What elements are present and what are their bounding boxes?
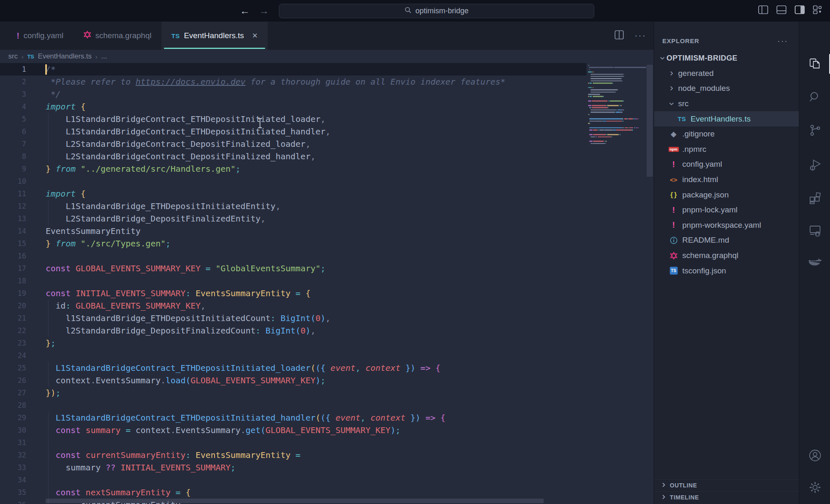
customize-layout-icon[interactable] xyxy=(813,5,823,14)
tree-item-readme-md[interactable]: README.md xyxy=(654,233,799,248)
code-line[interactable]: 27}); xyxy=(0,387,586,399)
code-line[interactable]: 18 xyxy=(0,275,586,287)
explorer-more-icon[interactable]: ··· xyxy=(777,36,788,46)
tree-item-src[interactable]: src xyxy=(654,96,799,112)
line-number[interactable]: 7 xyxy=(0,138,26,150)
split-editor-icon[interactable] xyxy=(615,30,624,41)
line-number[interactable]: 16 xyxy=(0,250,26,262)
line-number[interactable]: 13 xyxy=(0,212,26,225)
tree-item--gitignore[interactable]: ◈.gitignore xyxy=(654,127,799,142)
tree-item-schema-graphql[interactable]: schema.graphql xyxy=(654,248,799,263)
tab-config-yaml[interactable]: !config.yaml xyxy=(7,22,73,50)
line-number[interactable]: 22 xyxy=(0,324,26,337)
breadcrumb-file[interactable]: EventHandlers.ts xyxy=(38,52,91,61)
activity-account[interactable] xyxy=(799,444,830,467)
line-number[interactable]: 8 xyxy=(0,150,26,163)
code-line[interactable]: 9} from "../generated/src/Handlers.gen"; xyxy=(0,163,586,175)
close-icon[interactable]: × xyxy=(252,30,258,41)
activity-search[interactable] xyxy=(799,85,830,109)
code-line[interactable]: 16 xyxy=(0,250,586,262)
code-line[interactable]: 21 l1StandardBridge_ETHDepositInitiatedC… xyxy=(0,312,586,324)
code-editor[interactable]: 1/*2 *Please refer to https://docs.envio… xyxy=(0,63,654,504)
line-number[interactable]: 32 xyxy=(0,449,26,461)
code-line[interactable]: 28 xyxy=(0,399,586,411)
line-number[interactable]: 25 xyxy=(0,362,26,374)
line-number[interactable]: 14 xyxy=(0,225,26,237)
line-number[interactable]: 33 xyxy=(0,461,26,474)
tree-root-optimism-bridge[interactable]: OPTIMISM-BRIDGE xyxy=(654,51,799,66)
forward-icon[interactable]: → xyxy=(259,5,269,17)
activity-remote-explorer[interactable] xyxy=(799,219,830,242)
line-number[interactable]: 4 xyxy=(0,100,26,113)
line-number[interactable]: 9 xyxy=(0,163,26,175)
tree-item-tsconfig-json[interactable]: TStsconfig.json xyxy=(654,263,799,278)
code-line[interactable]: 20 id: GLOBAL_EVENTS_SUMMARY_KEY, xyxy=(0,299,586,312)
code-line[interactable]: 8 L2StandardBridgeContract_DepositFinali… xyxy=(0,150,586,163)
code-line[interactable]: 7 L2StandardBridgeContract_DepositFinali… xyxy=(0,138,586,150)
vertical-scrollbar[interactable] xyxy=(647,65,653,177)
more-actions-icon[interactable]: ··· xyxy=(635,30,646,41)
line-number[interactable]: 28 xyxy=(0,399,26,411)
code-line[interactable]: 5 L1StandardBridgeContract_ETHDepositIni… xyxy=(0,113,586,125)
code-line[interactable]: 35 const nextSummaryEntity = { xyxy=(0,486,586,499)
code-line[interactable]: 15} from "./src/Types.gen"; xyxy=(0,237,586,250)
line-number[interactable]: 10 xyxy=(0,175,26,187)
command-center-search[interactable]: optimism-bridge xyxy=(279,4,594,18)
line-number[interactable]: 2 xyxy=(0,75,26,88)
section-outline[interactable]: OUTLINE xyxy=(654,479,799,491)
line-number[interactable]: 36 xyxy=(0,499,26,504)
line-number[interactable]: 23 xyxy=(0,337,26,349)
code-line[interactable]: 22 l2StandardBridge_DepositFinalizedCoun… xyxy=(0,324,586,337)
tree-item-config-yaml[interactable]: !config.yaml xyxy=(654,157,799,172)
line-number[interactable]: 34 xyxy=(0,474,26,486)
activity-source-control[interactable] xyxy=(799,119,830,142)
layout-panel-icon[interactable] xyxy=(776,5,786,14)
line-number[interactable]: 18 xyxy=(0,275,26,287)
activity-settings[interactable] xyxy=(799,476,830,499)
tree-item-generated[interactable]: generated xyxy=(654,66,799,81)
code-line[interactable]: 33 summary ?? INITIAL_EVENTS_SUMMARY; xyxy=(0,461,586,474)
minimap[interactable] xyxy=(588,64,646,145)
code-line[interactable]: 29 L1StandardBridgeContract_ETHDepositIn… xyxy=(0,411,586,424)
line-number[interactable]: 1 xyxy=(0,63,26,75)
line-number[interactable]: 21 xyxy=(0,312,26,324)
code-line[interactable]: 32 const currentSummaryEntity: EventsSum… xyxy=(0,449,586,461)
activity-docker[interactable] xyxy=(799,250,830,273)
activity-extensions[interactable] xyxy=(799,187,830,210)
back-icon[interactable]: ← xyxy=(240,5,250,17)
activity-run-debug[interactable] xyxy=(799,153,830,177)
horizontal-scrollbar[interactable] xyxy=(46,499,544,503)
code-line[interactable]: 13 L2StandardBridge_DepositFinalizedEnti… xyxy=(0,212,586,225)
code-line[interactable]: 10 xyxy=(0,175,586,187)
code-line[interactable]: 11import { xyxy=(0,187,586,200)
line-number[interactable]: 35 xyxy=(0,486,26,499)
line-number[interactable]: 26 xyxy=(0,374,26,387)
code-line[interactable]: 31 xyxy=(0,436,586,449)
line-number[interactable]: 6 xyxy=(0,125,26,138)
layout-sidebar-left-icon[interactable] xyxy=(758,5,768,14)
code-line[interactable]: 23}; xyxy=(0,337,586,349)
tab-schema-graphql[interactable]: schema.graphql xyxy=(73,22,161,50)
code-line[interactable]: 14EventsSummaryEntity xyxy=(0,225,586,237)
line-number[interactable]: 17 xyxy=(0,262,26,275)
code-line[interactable]: 24 xyxy=(0,349,586,362)
line-number[interactable]: 31 xyxy=(0,436,26,449)
code-line[interactable]: 12 L1StandardBridge_ETHDepositInitiatedE… xyxy=(0,200,586,212)
layout-sidebar-right-icon[interactable] xyxy=(795,5,805,14)
line-number[interactable]: 15 xyxy=(0,237,26,250)
line-number[interactable]: 12 xyxy=(0,200,26,212)
code-line[interactable]: 3 */ xyxy=(0,88,586,100)
tree-item-index-html[interactable]: <>index.html xyxy=(654,172,799,187)
breadcrumb-src[interactable]: src xyxy=(8,52,18,61)
tree-item-pnpm-workspace-yaml[interactable]: !pnpm-workspace.yaml xyxy=(654,218,799,233)
code-line[interactable]: 4import { xyxy=(0,100,586,113)
code-line[interactable]: 30 const summary = context.EventsSummary… xyxy=(0,424,586,436)
line-number[interactable]: 5 xyxy=(0,113,26,125)
tree-item-node-modules[interactable]: node_modules xyxy=(654,81,799,96)
code-line[interactable]: 26 context.EventsSummary.load(GLOBAL_EVE… xyxy=(0,374,586,387)
code-line[interactable]: 1/* xyxy=(0,63,586,75)
line-number[interactable]: 24 xyxy=(0,349,26,362)
activity-explorer[interactable] xyxy=(799,52,830,75)
line-number[interactable]: 20 xyxy=(0,299,26,312)
breadcrumb-symbol[interactable]: ... xyxy=(101,52,107,61)
